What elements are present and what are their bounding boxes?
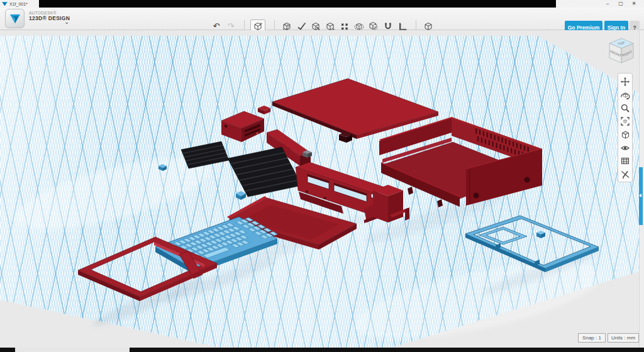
title-bar: X1f_001* – ▢ ✕ — [0, 0, 644, 8]
maximize-button[interactable]: ▢ — [617, 0, 625, 8]
chevron-down-icon[interactable]: ⌄ — [64, 18, 69, 25]
document-tab[interactable]: X1f_001* — [0, 0, 39, 8]
part-vent-grille-small[interactable] — [181, 141, 229, 168]
document-title: X1f_001* — [9, 2, 28, 6]
view-cube[interactable]: TOP FRONT RIGHT — [605, 34, 638, 67]
visibility-icon — [620, 143, 630, 153]
nav-button-pan[interactable] — [618, 75, 632, 88]
window-controls: – ▢ ✕ — [556, 0, 644, 8]
nav-button-zoom[interactable] — [618, 101, 632, 114]
svg-text:↷: ↷ — [228, 21, 235, 31]
zoom-icon — [620, 103, 630, 113]
nav-button-outline[interactable] — [618, 167, 632, 180]
application-window: X1f_001* – ▢ ✕ AUTODESK® 123D® DESIGN ⌄ … — [0, 0, 644, 352]
panel-slide-tab[interactable] — [639, 167, 643, 225]
nav-button-grid[interactable] — [618, 154, 632, 167]
orbit-icon — [620, 90, 630, 100]
svg-text:↶: ↶ — [213, 21, 220, 31]
app-logo-icon — [2, 1, 8, 7]
part-main-case[interactable] — [379, 117, 542, 207]
units-setting[interactable]: Units : mm — [608, 333, 639, 343]
shaded-icon — [620, 129, 630, 140]
os-taskbar[interactable] — [0, 348, 644, 352]
svg-text:+: + — [259, 21, 263, 26]
nav-button-fit[interactable] — [618, 114, 632, 128]
modeling-canvas: TOP FRONT RIGHT Snap : 1 Units : mm — [0, 30, 644, 348]
part-clip-large[interactable] — [236, 191, 246, 200]
close-button[interactable]: ✕ — [630, 0, 638, 8]
part-bracket-small[interactable] — [258, 106, 270, 114]
viewport-3d — [0, 30, 644, 348]
part-floppy-bezel[interactable] — [221, 111, 264, 142]
grid-icon — [620, 156, 630, 166]
minimize-button[interactable]: – — [604, 0, 611, 8]
nav-button-orbit[interactable] — [618, 88, 632, 101]
chevron-left-icon — [639, 194, 641, 197]
nav-button-shaded[interactable] — [618, 128, 632, 141]
app-menu-button[interactable] — [5, 9, 25, 28]
123d-logo-icon — [8, 12, 22, 26]
outline-icon — [620, 169, 630, 179]
taskbar-window-button[interactable] — [15, 348, 130, 352]
snap-setting[interactable]: Snap : 1 — [578, 333, 606, 343]
fit-icon — [620, 116, 630, 126]
pan-icon — [620, 77, 630, 87]
navigation-toolbar — [618, 73, 633, 182]
app-header: AUTODESK® 123D® DESIGN ⌄ ↶↷ + + Go Premi… — [0, 8, 644, 30]
nav-button-visibility[interactable] — [618, 141, 632, 154]
